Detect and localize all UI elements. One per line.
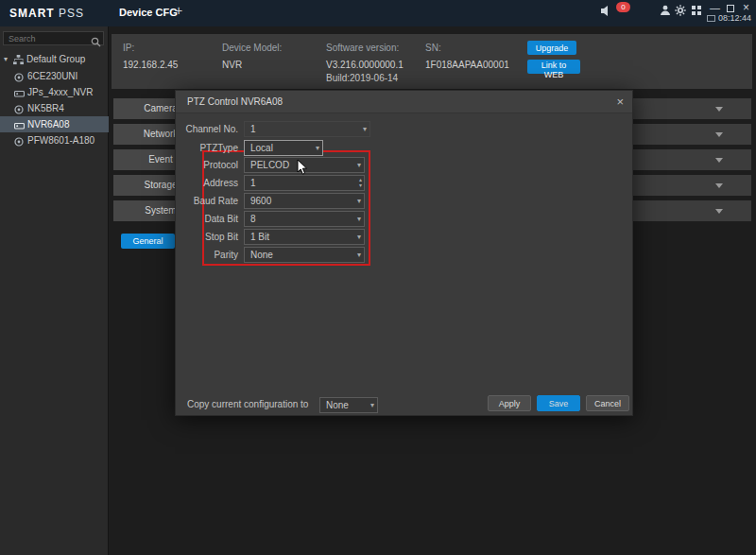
dropdown-arrow-icon: ▾ [363, 125, 367, 134]
dropdown-arrow-icon: ▾ [357, 215, 361, 224]
sn-label: SN: [425, 43, 441, 53]
channel-label: Channel No. [176, 124, 238, 134]
sw-version: V3.216.0000000.1 [326, 60, 404, 70]
device-item-selected[interactable]: NVR6A08 [0, 116, 109, 132]
alarm-count-badge[interactable]: 0 [616, 2, 630, 12]
dropdown-arrow-icon: ▾ [357, 197, 361, 206]
dialog-title: PTZ Control NVR6A08 [187, 96, 283, 107]
general-button[interactable]: General [121, 234, 175, 249]
cancel-button[interactable]: Cancel [586, 395, 629, 411]
field-row: Parity None▾ [176, 247, 632, 263]
field-row: Address 1 ▴▾ [176, 175, 632, 191]
baud-rate-label: Baud Rate [176, 196, 238, 206]
device-item[interactable]: JPs_4xxx_NVR [0, 84, 109, 100]
time-text: 08:12:44 [718, 13, 751, 23]
titlebar: SMART PSS Device CFG + 0 [0, 0, 756, 26]
clock: 08:12:44 [707, 13, 751, 23]
parity-select[interactable]: None▾ [244, 247, 365, 263]
field-row: Baud Rate 9600▾ [176, 193, 632, 209]
brand-pss: PSS [59, 7, 84, 20]
sw-build: Build:2019-06-14 [326, 73, 398, 83]
ptztype-label: PTZType [176, 143, 238, 153]
save-button[interactable]: Save [537, 395, 580, 411]
device-label[interactable]: PFW8601-A180 [27, 132, 94, 148]
data-bit-label: Data Bit [176, 214, 238, 224]
brand-smart: SMART [9, 7, 55, 20]
app-logo: SMART PSS [9, 7, 84, 20]
new-tab-button[interactable]: + [175, 4, 182, 17]
application-window: SMART PSS Device CFG + 0 [0, 0, 756, 555]
dropdown-arrow-icon: ▾ [357, 251, 361, 260]
screen-icon [707, 15, 715, 22]
chevron-down-icon [715, 158, 723, 163]
speaker-icon[interactable] [601, 3, 614, 14]
ptz-control-dialog: PTZ Control NVR6A08 × Channel No. 1▾ PTZ… [175, 90, 633, 416]
device-info-panel: IP: 192.168.2.45 Device Model: NVR Softw… [112, 34, 752, 89]
dropdown-arrow-icon: ▾ [357, 161, 361, 170]
copy-config-label: Copy current configuration to [187, 399, 308, 409]
expand-arrow-icon[interactable]: ▾ [4, 56, 8, 63]
chevron-down-icon [715, 107, 723, 112]
device-label[interactable]: NK5BR4 [27, 100, 64, 116]
apply-button[interactable]: Apply [488, 395, 531, 411]
model-value: NVR [222, 60, 242, 70]
copy-config-select[interactable]: None▾ [319, 397, 378, 413]
model-label: Device Model: [222, 43, 282, 53]
user-icon[interactable] [660, 3, 673, 14]
sw-label: Software version: [326, 43, 399, 53]
stop-bit-select[interactable]: 1 Bit▾ [244, 229, 365, 245]
field-row: PTZType Local▾ [176, 140, 632, 156]
dome-camera-icon [14, 135, 24, 151]
tree-group-default[interactable]: ▾ Default Group [0, 51, 109, 67]
device-label[interactable]: NVR6A08 [27, 116, 69, 132]
device-tree-sidebar: ▾ Default Group 6CE230UNI JPs_4xxx_NVR N… [0, 26, 109, 555]
field-row: Data Bit 8▾ [176, 211, 632, 227]
minimize-button[interactable]: — [710, 2, 720, 13]
device-item[interactable]: NK5BR4 [0, 100, 109, 116]
sn-value: 1F018AAPAA00001 [425, 60, 509, 70]
stop-bit-label: Stop Bit [176, 232, 238, 242]
dropdown-arrow-icon: ▾ [370, 401, 374, 410]
spinner-down-icon[interactable]: ▾ [359, 182, 362, 188]
maximize-button[interactable] [727, 5, 734, 12]
data-bit-select[interactable]: 8▾ [244, 211, 365, 227]
device-item[interactable]: 6CE230UNI [0, 68, 109, 84]
chevron-down-icon [715, 132, 723, 137]
baud-rate-select[interactable]: 9600▾ [244, 193, 365, 209]
link-to-web-button[interactable]: Link to WEB [527, 60, 580, 74]
parity-label: Parity [176, 250, 238, 260]
dropdown-arrow-icon: ▾ [316, 144, 319, 153]
device-item[interactable]: PFW8601-A180 [0, 132, 109, 148]
gear-icon[interactable] [675, 3, 688, 14]
apps-icon[interactable] [691, 3, 704, 14]
search-box[interactable] [3, 31, 104, 45]
field-row: Channel No. 1▾ [176, 121, 632, 137]
group-label[interactable]: Default Group [26, 51, 85, 67]
search-icon[interactable] [91, 34, 101, 51]
device-label[interactable]: 6CE230UNI [27, 68, 77, 84]
field-row: Protocol PELCOD▾ [176, 157, 632, 173]
chevron-down-icon [715, 183, 723, 188]
upgrade-button[interactable]: Upgrade [527, 41, 576, 55]
chevron-down-icon [715, 209, 723, 214]
dropdown-arrow-icon: ▾ [357, 233, 361, 242]
field-row: Stop Bit 1 Bit▾ [176, 229, 632, 245]
dialog-header[interactable]: PTZ Control NVR6A08 × [176, 91, 632, 113]
device-label[interactable]: JPs_4xxx_NVR [27, 84, 93, 100]
close-button[interactable]: × [743, 1, 749, 14]
address-label: Address [176, 178, 238, 188]
mouse-cursor [297, 159, 308, 180]
ip-label: IP: [123, 43, 134, 53]
protocol-label: Protocol [176, 160, 238, 170]
search-input[interactable] [7, 32, 90, 44]
channel-select[interactable]: 1▾ [244, 121, 370, 137]
ip-value: 192.168.2.45 [123, 60, 178, 70]
ptztype-select[interactable]: Local▾ [244, 140, 323, 156]
dialog-close-icon[interactable]: × [616, 95, 624, 109]
